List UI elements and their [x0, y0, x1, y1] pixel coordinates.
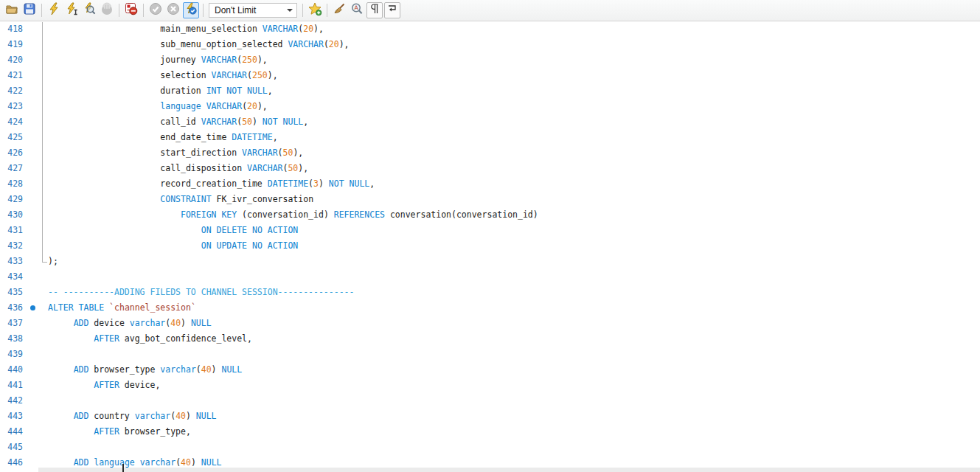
line-number: 441: [0, 378, 25, 393]
line-number: 439: [0, 347, 25, 362]
marker-margin: [25, 440, 48, 455]
marker-margin: [25, 21, 48, 37]
open-file-button[interactable]: [4, 2, 20, 18]
code-line[interactable]: 424 call_id VARCHAR(50) NOT NULL,: [0, 114, 980, 130]
code-text: ON DELETE NO ACTION: [48, 223, 980, 238]
code-text: );: [48, 254, 980, 269]
line-number: 445: [0, 440, 25, 455]
commit-button[interactable]: [147, 2, 164, 18]
commit-check-icon: [149, 2, 162, 18]
code-line[interactable]: 438 AFTER avg_bot_confidence_level,: [0, 331, 980, 347]
code-line[interactable]: 420 journey VARCHAR(250),: [0, 52, 980, 68]
beautify-button[interactable]: [331, 2, 347, 18]
code-line[interactable]: 434: [0, 269, 980, 285]
code-line[interactable]: 428 record_creation_time DATETIME(3) NOT…: [0, 176, 980, 192]
row-limit-dropdown[interactable]: Don't Limit: [209, 3, 297, 18]
save-snippet-button[interactable]: [307, 2, 323, 18]
line-number: 422: [0, 83, 25, 99]
toolbar-separator: [302, 4, 303, 17]
line-number: 433: [0, 254, 25, 269]
rollback-button[interactable]: [165, 2, 181, 18]
code-text: AFTER browser_type,: [48, 424, 980, 440]
toggle-autocommit-button[interactable]: [183, 2, 199, 18]
code-text: [48, 440, 980, 455]
code-line[interactable]: 442: [0, 393, 980, 409]
sql-code-editor[interactable]: 418 main_menu_selection VARCHAR(20),419 …: [0, 21, 980, 472]
explain-plan-button[interactable]: [81, 2, 97, 18]
toggle-wrap-button[interactable]: [384, 2, 400, 18]
code-line[interactable]: 433);: [0, 254, 980, 269]
marker-margin: [25, 362, 48, 378]
line-number: 442: [0, 393, 25, 409]
toolbar-separator: [119, 4, 119, 17]
code-text: journey VARCHAR(250),: [48, 52, 980, 68]
code-text: ON UPDATE NO ACTION: [48, 238, 980, 254]
code-line[interactable]: 431 ON DELETE NO ACTION: [0, 223, 980, 238]
line-number: 424: [0, 114, 25, 130]
code-line[interactable]: 425 end_date_time DATETIME,: [0, 130, 980, 145]
marker-margin: [25, 207, 48, 223]
code-line[interactable]: 437 ADD device varchar(40) NULL: [0, 316, 980, 331]
code-text: call_disposition VARCHAR(50),: [48, 161, 980, 176]
save-snippet-star-icon: [308, 2, 322, 19]
save-button[interactable]: [21, 2, 38, 18]
line-number: 437: [0, 316, 25, 331]
marker-margin: [25, 316, 48, 331]
code-text: [48, 393, 980, 409]
code-line[interactable]: 432 ON UPDATE NO ACTION: [0, 238, 980, 254]
code-line[interactable]: 426 start_direction VARCHAR(50),: [0, 145, 980, 161]
show-invisibles-button[interactable]: [366, 2, 383, 18]
code-line[interactable]: 435-- ----------ADDING FILEDS TO CHANNEL…: [0, 285, 980, 300]
caret-line-highlight: [38, 468, 980, 472]
code-line[interactable]: 418 main_menu_selection VARCHAR(20),: [0, 21, 980, 37]
marker-margin: [25, 161, 48, 176]
line-number: 430: [0, 207, 25, 223]
stop-query-button[interactable]: [99, 2, 115, 18]
line-number: 419: [0, 37, 25, 52]
code-line[interactable]: 429 CONSTRAINT FK_ivr_conversation: [0, 192, 980, 207]
code-line[interactable]: 440 ADD browser_type varchar(40) NULL: [0, 362, 980, 378]
rollback-x-icon: [167, 2, 180, 18]
marker-margin: [25, 393, 48, 409]
code-text: ADD country varchar(40) NULL: [48, 409, 980, 424]
code-line[interactable]: 422 duration INT NOT NULL,: [0, 83, 980, 99]
code-line[interactable]: 423 language VARCHAR(20),: [0, 99, 980, 114]
beautify-broom-icon: [333, 2, 346, 18]
line-number: 438: [0, 331, 25, 347]
execute-script-button[interactable]: [46, 2, 62, 18]
marker-margin: [25, 254, 48, 269]
marker-margin: [25, 331, 48, 347]
toolbar-separator: [327, 4, 327, 17]
code-line[interactable]: 436ALTER TABLE `channel_session`: [0, 300, 980, 316]
code-line[interactable]: 419 sub_menu_option_selected VARCHAR(20)…: [0, 37, 980, 52]
code-line[interactable]: 421 selection VARCHAR(250),: [0, 68, 980, 83]
code-text: CONSTRAINT FK_ivr_conversation: [48, 192, 980, 207]
marker-margin: [25, 192, 48, 207]
execute-current-statement-button[interactable]: [63, 2, 80, 18]
marker-margin: [25, 68, 48, 83]
line-number: 432: [0, 238, 25, 254]
code-line[interactable]: 441 AFTER device,: [0, 378, 980, 393]
line-number: 421: [0, 68, 25, 83]
marker-margin: [25, 52, 48, 68]
code-line[interactable]: 427 call_disposition VARCHAR(50),: [0, 161, 980, 176]
code-line[interactable]: 439: [0, 347, 980, 362]
toolbar-separator: [203, 4, 204, 17]
toggle-stop-on-error-button[interactable]: [123, 2, 139, 18]
toggle-stop-on-error-icon: [125, 2, 138, 18]
execute-script-icon: [47, 2, 60, 18]
chevron-down-icon: [287, 9, 293, 12]
find-button[interactable]: A: [349, 2, 365, 18]
line-number: 440: [0, 362, 25, 378]
marker-margin: [25, 424, 48, 440]
code-line[interactable]: 445: [0, 440, 980, 455]
code-line[interactable]: 430 FOREIGN KEY (conversation_id) REFERE…: [0, 207, 980, 223]
line-number: 423: [0, 99, 25, 114]
code-line[interactable]: 443 ADD country varchar(40) NULL: [0, 409, 980, 424]
marker-margin: [25, 238, 48, 254]
line-number: 427: [0, 161, 25, 176]
find-magnifier-icon: A: [350, 2, 364, 18]
code-line[interactable]: 444 AFTER browser_type,: [0, 424, 980, 440]
row-limit-value: Don't Limit: [215, 5, 256, 15]
stop-query-icon: [100, 2, 114, 18]
